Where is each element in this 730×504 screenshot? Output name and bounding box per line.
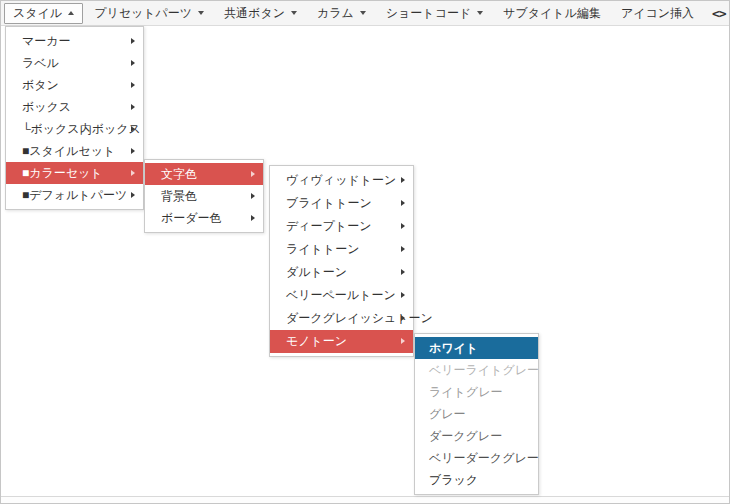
toolbar-button-icon-insert[interactable]: アイコン挿入 xyxy=(612,3,703,24)
toolbar-button-common-button-label: 共通ボタン xyxy=(224,7,285,20)
submenu-caret-icon xyxy=(131,38,135,44)
menu-item-style-set-label: ■スタイルセット xyxy=(22,143,115,160)
menu-item-text-color[interactable]: 文字色 xyxy=(145,163,263,185)
submenu-caret-icon xyxy=(131,104,135,110)
submenu-caret-icon xyxy=(401,269,405,275)
toolbar-button-column[interactable]: カラム xyxy=(308,3,375,24)
caret-down-icon xyxy=(477,11,483,15)
menu-item-white[interactable]: ホワイト xyxy=(415,337,538,359)
toolbar-button-style[interactable]: スタイル xyxy=(4,3,83,24)
menu-item-color-set-label: ■カラーセット xyxy=(22,165,103,182)
submenu-caret-icon xyxy=(131,148,135,154)
menu-item-text-color-label: 文字色 xyxy=(161,166,197,183)
menu-item-deep-tone-label: ディープトーン xyxy=(286,218,371,235)
menu-item-light-tone-label: ライトトーン xyxy=(286,241,359,258)
toolbar-button-preset-parts[interactable]: プリセットパーツ xyxy=(85,3,213,24)
toolbar-button-code[interactable]: <> xyxy=(705,3,730,24)
menu-item-very-dark-gray[interactable]: ベリーダークグレー xyxy=(415,447,538,469)
menu-item-box-label: ボックス xyxy=(22,99,71,116)
menu-item-very-light-gray[interactable]: ベリーライトグレー xyxy=(415,359,538,381)
caret-down-icon xyxy=(360,11,366,15)
style-menu: マーカー ラベル ボタン ボックス └ボックス内ボックス ■スタイルセット ■カ… xyxy=(5,26,144,210)
toolbar-button-common-button[interactable]: 共通ボタン xyxy=(215,3,306,24)
submenu-caret-icon xyxy=(401,246,405,252)
menu-item-box-in-box[interactable]: └ボックス内ボックス xyxy=(6,118,143,140)
menu-item-button[interactable]: ボタン xyxy=(6,74,143,96)
submenu-caret-icon xyxy=(401,292,405,298)
submenu-caret-icon xyxy=(401,338,405,344)
menu-item-very-light-gray-label: ベリーライトグレー xyxy=(429,362,539,379)
menu-item-very-pale-tone-label: ベリーペールトーン xyxy=(286,287,396,304)
monotone-menu: ホワイト ベリーライトグレー ライトグレー グレー ダークグレー ベリーダークグ… xyxy=(414,333,539,495)
submenu-caret-icon xyxy=(251,215,255,221)
code-icon: <> xyxy=(712,7,726,20)
menu-item-border-color[interactable]: ボーダー色 xyxy=(145,207,263,229)
submenu-caret-icon xyxy=(131,192,135,198)
menu-item-black-label: ブラック xyxy=(429,472,478,489)
menu-item-background-color[interactable]: 背景色 xyxy=(145,185,263,207)
toolbar-button-shortcode-label: ショートコード xyxy=(386,7,471,20)
menu-item-label-label: ラベル xyxy=(22,55,59,72)
submenu-caret-icon xyxy=(131,60,135,66)
menu-item-color-set[interactable]: ■カラーセット xyxy=(6,162,143,184)
menu-item-gray[interactable]: グレー xyxy=(415,403,538,425)
submenu-caret-icon xyxy=(401,315,405,321)
menu-item-black[interactable]: ブラック xyxy=(415,469,538,491)
menu-item-vivid-tone-label: ヴィヴィッドトーン xyxy=(286,172,396,189)
submenu-caret-icon xyxy=(131,126,135,132)
menu-item-border-color-label: ボーダー色 xyxy=(161,210,222,227)
toolbar-button-column-label: カラム xyxy=(317,7,354,20)
submenu-caret-icon xyxy=(251,171,255,177)
caret-up-icon xyxy=(68,11,74,15)
menu-item-background-color-label: 背景色 xyxy=(161,188,197,205)
colorset-menu: 文字色 背景色 ボーダー色 xyxy=(144,159,264,233)
menu-item-dark-gray[interactable]: ダークグレー xyxy=(415,425,538,447)
menu-item-light-gray[interactable]: ライトグレー xyxy=(415,381,538,403)
menu-item-dark-grayish-tone-label: ダークグレイッシュトーン xyxy=(286,310,433,327)
menu-item-monotone-label: モノトーン xyxy=(286,333,347,350)
menu-item-dull-tone-label: ダルトーン xyxy=(286,264,347,281)
menu-item-marker[interactable]: マーカー xyxy=(6,30,143,52)
menu-item-button-label: ボタン xyxy=(22,77,59,94)
submenu-caret-icon xyxy=(401,223,405,229)
menu-item-dark-grayish-tone[interactable]: ダークグレイッシュトーン xyxy=(270,307,413,330)
submenu-caret-icon xyxy=(251,193,255,199)
menu-item-very-dark-gray-label: ベリーダークグレー xyxy=(429,450,539,467)
toolbar-button-preset-parts-label: プリセットパーツ xyxy=(94,7,192,20)
caret-down-icon xyxy=(198,11,204,15)
textcolor-menu: ヴィヴィッドトーン ブライトトーン ディープトーン ライトトーン ダルトーン ベ… xyxy=(269,165,414,357)
menu-item-dark-gray-label: ダークグレー xyxy=(429,428,502,445)
menu-item-very-pale-tone[interactable]: ベリーペールトーン xyxy=(270,284,413,307)
menu-item-default-parts-label: ■デフォルトパーツ xyxy=(22,187,127,204)
menu-item-monotone[interactable]: モノトーン xyxy=(270,330,413,353)
menu-item-default-parts[interactable]: ■デフォルトパーツ xyxy=(6,184,143,206)
menu-item-deep-tone[interactable]: ディープトーン xyxy=(270,215,413,238)
submenu-caret-icon xyxy=(401,200,405,206)
menu-item-white-label: ホワイト xyxy=(429,340,478,357)
menu-item-style-set[interactable]: ■スタイルセット xyxy=(6,140,143,162)
submenu-caret-icon xyxy=(401,177,405,183)
menu-item-dull-tone[interactable]: ダルトーン xyxy=(270,261,413,284)
menu-item-box-in-box-label: └ボックス内ボックス xyxy=(22,121,141,138)
toolbar-button-subtitle-edit[interactable]: サブタイトル編集 xyxy=(494,3,610,24)
menu-item-gray-label: グレー xyxy=(429,406,466,423)
toolbar-button-shortcode[interactable]: ショートコード xyxy=(377,3,492,24)
menu-item-light-tone[interactable]: ライトトーン xyxy=(270,238,413,261)
editor-frame: スタイル プリセットパーツ 共通ボタン カラム ショートコード サブタイトル編集… xyxy=(0,0,730,504)
editor-toolbar: スタイル プリセットパーツ 共通ボタン カラム ショートコード サブタイトル編集… xyxy=(1,1,729,26)
caret-down-icon xyxy=(291,11,297,15)
menu-item-label[interactable]: ラベル xyxy=(6,52,143,74)
toolbar-button-style-label: スタイル xyxy=(13,7,62,20)
submenu-caret-icon xyxy=(131,82,135,88)
menu-item-bright-tone[interactable]: ブライトトーン xyxy=(270,192,413,215)
menu-item-box[interactable]: ボックス xyxy=(6,96,143,118)
toolbar-button-icon-insert-label: アイコン挿入 xyxy=(621,7,694,20)
menu-item-light-gray-label: ライトグレー xyxy=(429,384,502,401)
menu-item-bright-tone-label: ブライトトーン xyxy=(286,195,372,212)
statusbar xyxy=(1,496,729,503)
menu-item-vivid-tone[interactable]: ヴィヴィッドトーン xyxy=(270,169,413,192)
menu-item-marker-label: マーカー xyxy=(22,33,71,50)
submenu-caret-icon xyxy=(131,170,135,176)
toolbar-button-subtitle-edit-label: サブタイトル編集 xyxy=(503,7,601,20)
